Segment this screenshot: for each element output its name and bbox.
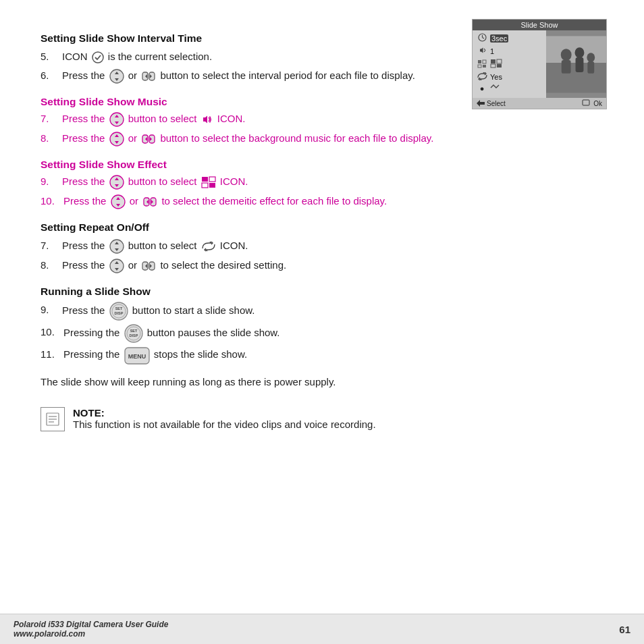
- item-6-num: 6.: [41, 68, 62, 83]
- item-7-repeat-text: Press the button to select ICON.: [62, 238, 603, 254]
- item-8-repeat-num: 8.: [41, 257, 62, 273]
- svg-text:MENU: MENU: [128, 353, 146, 360]
- svg-marker-23: [477, 100, 485, 107]
- item-9-effect: 9. Press the button to select ICON.: [41, 173, 603, 190]
- item-8-repeat-text: Press the or to select the desired setti…: [62, 257, 603, 273]
- panel-icon-dot: ●: [477, 84, 487, 92]
- panel-select-label: Select: [487, 100, 506, 107]
- slideshow-panel: Slide Show 3sec 1: [472, 19, 607, 109]
- plain-paragraph: The slide show will keep running as long…: [41, 374, 603, 390]
- photo-image: [546, 30, 606, 98]
- svg-rect-47: [202, 177, 208, 182]
- panel-icon-effect: [477, 59, 487, 70]
- repeat-icon-7r: [201, 241, 216, 252]
- section-title-repeat: Setting Repeat On/Off: [41, 221, 603, 234]
- item-9-running-num: 9.: [41, 302, 62, 317]
- panel-value-5: [490, 84, 501, 92]
- svg-rect-22: [587, 61, 594, 74]
- item-11-running: 11. Pressing the MENU stops the slide sh…: [41, 346, 603, 364]
- item-8-music: 8. Press the or button to select the bac…: [41, 130, 603, 146]
- svg-rect-13: [497, 64, 502, 68]
- panel-value-4: Yes: [490, 73, 502, 81]
- panel-value-3: [490, 59, 502, 70]
- up-down-btn-6: [109, 69, 124, 84]
- note-content: NOTE: This function is not available for…: [73, 407, 603, 430]
- svg-marker-3: [480, 48, 483, 53]
- svg-line-2: [482, 38, 484, 39]
- svg-rect-50: [209, 183, 215, 188]
- svg-line-4: [484, 49, 485, 51]
- speaker-icon-7: [201, 114, 213, 125]
- svg-rect-9: [483, 65, 486, 68]
- item-8-music-num: 8.: [41, 130, 62, 146]
- item-7-repeat-num: 7.: [41, 238, 62, 253]
- item-10-effect-text: Press the or to select the demeitic effe…: [62, 193, 603, 209]
- lr-btn-8m: [141, 132, 156, 146]
- svg-rect-7: [483, 60, 486, 63]
- item-8-repeat: 8. Press the or to select the desired se…: [41, 257, 603, 273]
- lr-btn-6: [141, 69, 156, 84]
- svg-text:DISP: DISP: [129, 333, 138, 338]
- svg-marker-36: [203, 116, 207, 124]
- panel-icon-repeat: [477, 72, 487, 82]
- panel-value-1: 3sec: [490, 34, 508, 43]
- panel-ok-label: Ok: [593, 100, 602, 107]
- panel-row-4: Yes: [477, 72, 542, 82]
- svg-rect-49: [202, 183, 208, 188]
- up-down-btn-7r: [109, 239, 124, 254]
- up-down-btn-7m: [109, 112, 124, 127]
- item-7-music-num: 7.: [41, 111, 62, 126]
- svg-line-5: [484, 51, 485, 53]
- svg-point-19: [574, 47, 584, 58]
- item-10-running: 10. Pressing the SET DISP button pauses …: [41, 324, 603, 343]
- svg-rect-6: [478, 60, 481, 63]
- item-9-effect-text: Press the button to select ICON.: [62, 173, 603, 190]
- footer-page-number: 61: [619, 624, 630, 635]
- svg-rect-11: [497, 59, 502, 63]
- panel-footer-left: Select: [477, 100, 506, 107]
- item-9-effect-num: 9.: [41, 173, 62, 189]
- up-down-btn-8m: [109, 132, 124, 146]
- svg-rect-10: [491, 59, 495, 63]
- svg-point-21: [587, 53, 595, 62]
- panel-row-1: 3sec: [477, 33, 542, 43]
- item-8-music-text: Press the or button to select the backgr…: [62, 130, 603, 146]
- set-disp-btn-9: SET DISP: [109, 302, 128, 321]
- lr-btn-10e: [142, 194, 157, 209]
- panel-row-2: 1: [477, 46, 542, 56]
- item-7-repeat: 7. Press the button to select ICON.: [41, 238, 603, 254]
- panel-footer-right: Ok: [582, 99, 602, 107]
- svg-rect-8: [478, 65, 481, 68]
- svg-text:SET: SET: [130, 329, 137, 333]
- item-7-music: 7. Press the button to select ICON.: [41, 111, 603, 127]
- note-icon: [41, 407, 65, 431]
- section-title-effect: Setting Slide Show Effect: [41, 159, 603, 171]
- menu-btn-11: MENU: [124, 347, 150, 365]
- svg-point-25: [92, 52, 103, 63]
- svg-rect-12: [491, 64, 495, 68]
- main-content: Slide Show 3sec 1: [0, 0, 644, 450]
- item-10-effect-num: 10.: [41, 193, 62, 209]
- effect-icon-9: [201, 176, 216, 188]
- panel-icon-speaker: [477, 46, 487, 56]
- footer-brand-line2: www.polaroid.com: [14, 629, 85, 639]
- panel-icon-clock: [477, 33, 487, 43]
- panel-row-5: ●: [477, 84, 542, 92]
- footer-brand-line1: Polaroid i533 Digital Camera User Guide: [14, 620, 168, 629]
- check-circle-icon: [92, 51, 104, 63]
- slideshow-panel-title: Slide Show: [473, 20, 606, 30]
- footer-brand: Polaroid i533 Digital Camera User Guide …: [14, 620, 168, 639]
- note-box: NOTE: This function is not available for…: [41, 402, 603, 437]
- up-down-btn-8r: [109, 259, 124, 273]
- slideshow-panel-photo: [546, 30, 606, 98]
- section-title-running: Running a Slide Show: [41, 286, 603, 298]
- svg-rect-20: [575, 57, 583, 72]
- slideshow-panel-footer: Select Ok: [473, 98, 606, 109]
- item-10-running-text: Pressing the SET DISP button pauses the …: [62, 324, 603, 343]
- item-11-running-num: 11.: [41, 346, 62, 362]
- note-text: This function is not available for the v…: [73, 419, 603, 430]
- lr-btn-8r: [141, 259, 156, 273]
- page-footer: Polaroid i533 Digital Camera User Guide …: [0, 614, 644, 644]
- note-lines-icon: [45, 411, 61, 427]
- svg-rect-18: [562, 60, 571, 74]
